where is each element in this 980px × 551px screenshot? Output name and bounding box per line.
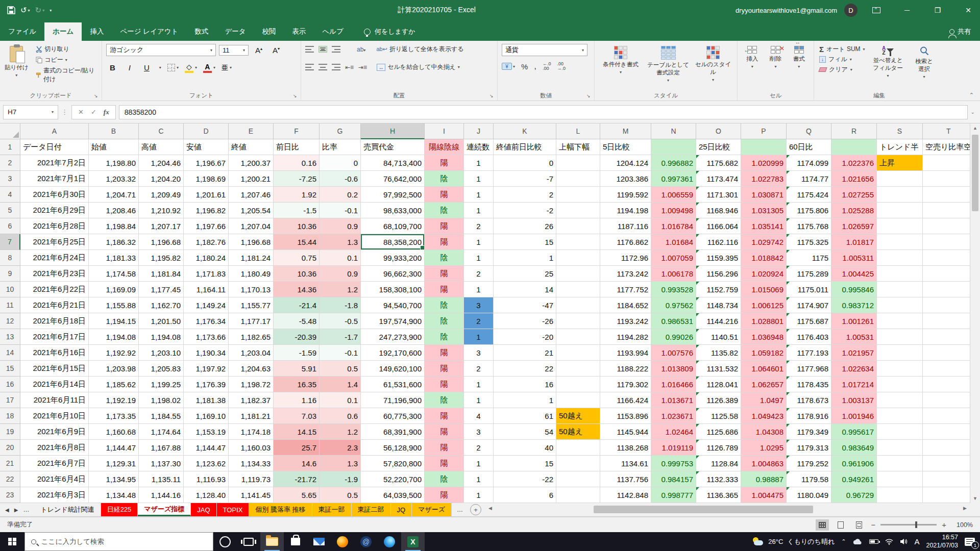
cell-L13[interactable] (556, 329, 600, 345)
cell-N12[interactable]: 0.986531 (651, 313, 696, 329)
cell-S3[interactable] (877, 171, 923, 187)
col-header-D[interactable]: D (184, 123, 229, 139)
cell-R22[interactable]: 0.949261 (831, 471, 877, 487)
tray-expand-icon[interactable]: ⌃ (841, 538, 846, 545)
cell-G19[interactable]: 1.2 (320, 424, 361, 440)
cell-G21[interactable]: 1.3 (320, 456, 361, 471)
cell-D10[interactable]: 1,164.11 (184, 282, 229, 297)
cell-L23[interactable] (556, 487, 600, 503)
cell-O22[interactable]: 1132.333 (696, 471, 741, 487)
page-break-view-button[interactable] (852, 519, 866, 531)
row-header-17[interactable]: 17 (0, 392, 20, 408)
cell-A6[interactable]: 2021年6月28日 (20, 218, 89, 234)
share-button[interactable]: 共有 (949, 27, 980, 41)
align-middle-icon[interactable] (318, 46, 327, 53)
cell-G4[interactable]: 0.2 (320, 187, 361, 203)
cell-F2[interactable]: 0.16 (274, 155, 320, 171)
col-header-E[interactable]: E (229, 123, 274, 139)
cell-D13[interactable]: 1,173.66 (184, 329, 229, 345)
cell-L22[interactable] (556, 471, 600, 487)
cell-F17[interactable]: 1.16 (274, 392, 320, 408)
cell-R19[interactable]: 0.995617 (831, 424, 877, 440)
cell-S23[interactable] (877, 487, 923, 503)
orientation-button[interactable]: ab▾ (357, 46, 365, 53)
cell-E5[interactable]: 1,205.54 (229, 203, 274, 218)
cell-F22[interactable]: -21.72 (274, 471, 320, 487)
cell-K23[interactable]: 6 (494, 487, 556, 503)
sheet-tab-JQ[interactable]: JQ (391, 503, 412, 516)
minimize-button[interactable]: ─ (895, 0, 919, 20)
cell-I9[interactable]: 陽 (425, 266, 464, 282)
dialog-launcher-icon[interactable]: ↘ (293, 94, 298, 99)
cell-D3[interactable]: 1,198.69 (184, 171, 229, 187)
cell-S6[interactable] (877, 218, 923, 234)
cell-H1[interactable]: 売買代金 (361, 139, 425, 155)
formula-input[interactable]: 88358200 (119, 105, 968, 119)
cell-K14[interactable]: 21 (494, 345, 556, 361)
cell-S17[interactable] (877, 392, 923, 408)
row-header-9[interactable]: 9 (0, 266, 20, 282)
ime-indicator[interactable]: A (914, 537, 919, 546)
cell-N9[interactable]: 1.006178 (651, 266, 696, 282)
cell-E18[interactable]: 1,181.21 (229, 408, 274, 424)
undo-icon[interactable]: ↺▾ (20, 6, 30, 15)
comma-style-button[interactable]: , (534, 61, 536, 71)
cell-E20[interactable]: 1,160.03 (229, 440, 274, 456)
cell-C3[interactable]: 1,204.20 (139, 171, 184, 187)
cell-J19[interactable]: 3 (464, 424, 494, 440)
cell-R23[interactable]: 0.96729 (831, 487, 877, 503)
scroll-down-icon[interactable]: ▼ (970, 494, 980, 503)
cell-L4[interactable] (556, 187, 600, 203)
col-header-G[interactable]: G (320, 123, 361, 139)
conditional-formatting-button[interactable]: 条件付き書式▾ (599, 44, 643, 89)
cell-M5[interactable]: 1194.198 (600, 203, 651, 218)
col-header-A[interactable]: A (20, 123, 89, 139)
cell-F11[interactable]: -21.4 (274, 297, 320, 313)
cell-H9[interactable]: 96,662,300 (361, 266, 425, 282)
cut-button[interactable]: 切り取り (34, 44, 97, 55)
cell-N2[interactable]: 0.996882 (651, 155, 696, 171)
wrap-text-button[interactable]: ab↩ 折り返して全体を表示する (374, 44, 465, 55)
cell-S2[interactable]: 上昇 (877, 155, 923, 171)
cell-J7[interactable]: 1 (464, 234, 494, 250)
cell-M6[interactable]: 1187.116 (600, 218, 651, 234)
row-header-18[interactable]: 18 (0, 408, 20, 424)
cell-B10[interactable]: 1,169.09 (89, 282, 139, 297)
cell-L10[interactable] (556, 282, 600, 297)
cell-B2[interactable]: 1,198.80 (89, 155, 139, 171)
cell-K5[interactable]: -2 (494, 203, 556, 218)
cell-A5[interactable]: 2021年6月29日 (20, 203, 89, 218)
cell-I15[interactable]: 陽 (425, 361, 464, 377)
cell-Q3[interactable]: 1174.77 (787, 171, 831, 187)
cell-I10[interactable]: 陽 (425, 282, 464, 297)
cell-P22[interactable]: 0.98887 (741, 471, 787, 487)
normal-view-button[interactable] (816, 519, 829, 531)
cell-I5[interactable]: 陰 (425, 203, 464, 218)
cell-S11[interactable] (877, 297, 923, 313)
percent-style-button[interactable]: % (521, 62, 528, 71)
cell-O1[interactable]: 25日比較 (696, 139, 741, 155)
cell-O7[interactable]: 1162.116 (696, 234, 741, 250)
cell-N22[interactable]: 0.984157 (651, 471, 696, 487)
align-top-icon[interactable] (305, 46, 314, 53)
sheet-prev-icon[interactable]: ◀ (5, 507, 9, 513)
cell-K9[interactable]: 25 (494, 266, 556, 282)
phonetic-button[interactable]: 亜▾ (222, 63, 232, 72)
cell-L16[interactable] (556, 377, 600, 392)
col-header-M[interactable]: M (600, 123, 651, 139)
cell-G7[interactable]: 1.3 (320, 234, 361, 250)
mail-button[interactable] (307, 532, 331, 551)
cell-D6[interactable]: 1,197.66 (184, 218, 229, 234)
cell-L19[interactable]: 50越え (556, 424, 600, 440)
cell-O19[interactable]: 1125.686 (696, 424, 741, 440)
cell-Q23[interactable]: 1180.049 (787, 487, 831, 503)
cell-G23[interactable]: 0.5 (320, 487, 361, 503)
cell-P10[interactable]: 1.015069 (741, 282, 787, 297)
cell-T9[interactable] (923, 266, 974, 282)
cell-D16[interactable]: 1,176.39 (184, 377, 229, 392)
cell-J16[interactable]: 1 (464, 377, 494, 392)
cell-O20[interactable]: 1126.789 (696, 440, 741, 456)
cell-A19[interactable]: 2021年6月9日 (20, 424, 89, 440)
store-button[interactable] (284, 532, 307, 551)
cell-B16[interactable]: 1,185.62 (89, 377, 139, 392)
